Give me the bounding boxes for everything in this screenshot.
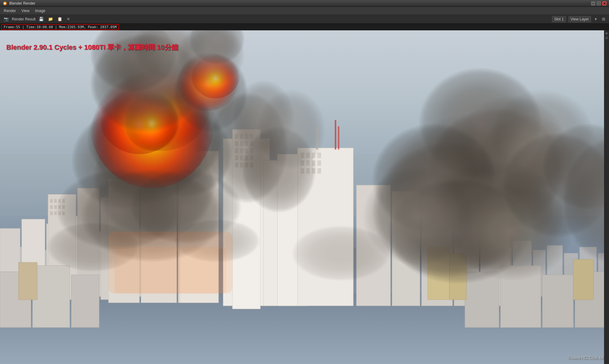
menu-image[interactable]: Image xyxy=(33,8,48,14)
render-header: 📷 Render Result 💾 📁 📋 ✕ Slot 1 View Laye… xyxy=(0,15,609,24)
render-canvas: Blender 2.90.1 Cycles + 1080TI 單卡，算圖時間 1… xyxy=(0,30,609,364)
title-bar-left: Blender Render xyxy=(2,1,35,6)
edge-icon-1: ⊕ xyxy=(605,32,608,35)
title-text: Blender Render xyxy=(9,1,35,6)
render-header-left: 📷 Render Result 💾 📁 📋 ✕ xyxy=(2,16,71,22)
svg-rect-33 xyxy=(50,205,53,209)
svg-rect-30 xyxy=(54,199,57,203)
svg-rect-104 xyxy=(71,275,99,327)
close-button[interactable]: ✕ xyxy=(602,1,607,6)
edge-icon-2: ◎ xyxy=(605,36,608,39)
menu-bar: Render View Image xyxy=(0,7,609,15)
render-stats: Frame:55 | Time:10:00.60 | Mem:2265.93M,… xyxy=(1,24,119,30)
blender-logo xyxy=(2,1,7,6)
save-button[interactable]: 💾 xyxy=(38,16,45,22)
menu-render[interactable]: Render xyxy=(1,8,18,14)
maximize-button[interactable]: □ xyxy=(597,1,601,6)
view-layer-selector[interactable]: View Layer xyxy=(568,16,591,22)
fullscreen-icon[interactable]: ⊞ xyxy=(601,16,607,22)
svg-rect-107 xyxy=(542,275,573,327)
caption-text: Blender 2.90.1 Cycles + 1080TI 單卡，算圖時間 1… xyxy=(6,43,178,52)
minimize-button[interactable]: − xyxy=(591,1,595,6)
svg-point-131 xyxy=(257,89,325,170)
svg-point-157 xyxy=(291,225,391,281)
camera-icon[interactable]: 📷 xyxy=(2,16,10,22)
menu-view[interactable]: View xyxy=(19,8,32,14)
svg-rect-84 xyxy=(338,126,339,150)
svg-point-1 xyxy=(4,2,6,4)
svg-rect-109 xyxy=(19,262,37,300)
svg-rect-112 xyxy=(573,259,594,300)
slot-selector[interactable]: Slot 1 xyxy=(552,16,566,22)
title-bar-controls: − □ ✕ xyxy=(591,1,607,6)
svg-rect-83 xyxy=(335,120,336,150)
copy-button[interactable]: 📋 xyxy=(56,16,64,22)
copyright-text: ©www.HD.Club.tw xyxy=(568,355,603,360)
stats-bar: Frame:55 | Time:10:00.60 | Mem:2265.93M,… xyxy=(0,24,609,30)
svg-rect-96 xyxy=(317,168,321,174)
open-folder-button[interactable]: 📁 xyxy=(47,16,54,22)
title-bar: Blender Render − □ ✕ xyxy=(0,0,609,7)
svg-rect-37 xyxy=(50,211,53,215)
svg-rect-29 xyxy=(50,199,53,203)
svg-rect-159 xyxy=(115,247,226,293)
svg-rect-92 xyxy=(317,160,321,166)
expand-icon[interactable]: ▾ xyxy=(594,16,598,22)
render-header-right: Slot 1 View Layer ▾ ⊞ xyxy=(552,16,607,22)
right-edge-panel: ⊕ ◎ xyxy=(604,30,609,364)
svg-rect-103 xyxy=(33,266,70,327)
render-result-label: Render Result xyxy=(12,17,36,21)
close-render-button[interactable]: ✕ xyxy=(65,16,71,22)
scene-svg xyxy=(0,30,609,364)
